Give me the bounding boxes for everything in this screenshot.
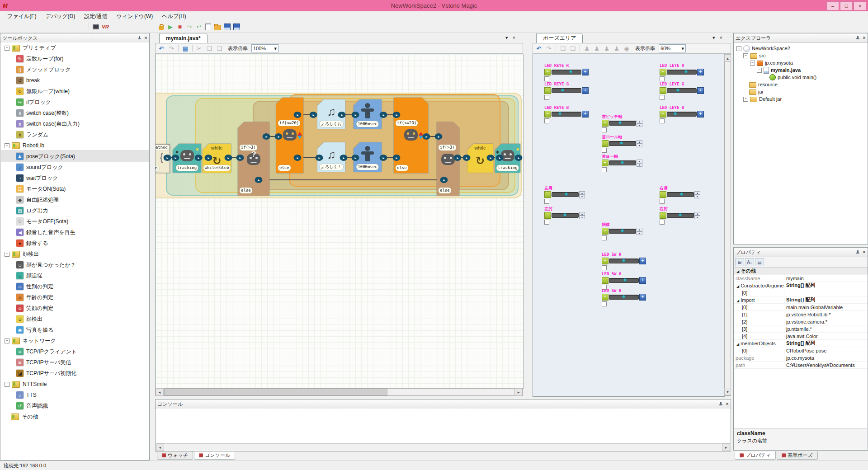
spin-down-icon[interactable]: ▼ [694,195,700,198]
slider-checkbox[interactable] [660,76,665,81]
slider-checkbox[interactable] [602,301,607,306]
toolbox-item[interactable]: ♪soundブロック [1,162,149,173]
explorer-item[interactable]: jar [735,88,867,95]
slider-thumb[interactable] [679,213,682,216]
connection-port[interactable]: ▸ [435,133,443,140]
slider-checkbox[interactable] [660,118,665,123]
connection-port[interactable]: ▸ [294,155,302,161]
expand-icon[interactable]: − [750,61,755,66]
explorer-item[interactable]: −src [735,52,867,59]
property-row[interactable]: classNamemymain [734,275,868,282]
value-spinner[interactable]: ▲▼ [694,191,700,198]
decrement-button[interactable]: − [544,87,551,94]
slider-checkbox[interactable] [544,220,549,225]
menu-item-2[interactable]: 設定/通信 [80,12,112,21]
scroll-thumb[interactable] [164,389,387,395]
decrement-button[interactable]: − [602,160,609,166]
editor-hscrollbar[interactable]: ◂ ▸ [155,388,523,396]
property-row[interactable]: [3]jp.nttsmile.* [734,325,868,333]
connection-port[interactable]: ▸ [225,155,232,161]
scroll-up-icon[interactable]: ▴ [724,54,731,62]
connection-port[interactable]: ▸ [294,112,302,118]
expand-icon[interactable]: − [5,143,9,148]
expand-icon[interactable]: + [743,97,748,102]
tab-ウォッチ[interactable]: ウォッチ [157,451,193,460]
spin-down-icon[interactable]: ▼ [637,123,642,127]
scroll-left-icon[interactable]: ◂ [156,443,164,451]
decrement-button[interactable]: − [544,111,551,118]
menu-item-4[interactable]: ヘルプ(H) [157,12,191,21]
play-icon[interactable]: ▶ [166,23,175,31]
increment-button[interactable]: + [639,277,646,284]
slider-track[interactable] [609,121,636,126]
tab-pose-area[interactable]: ポーズエリア [536,33,583,43]
toolbox-item[interactable]: ≋TCP/IPクライアント [1,346,149,357]
slider-checkbox[interactable] [660,95,665,100]
tab-close-icon[interactable]: × [720,35,722,41]
redo-icon[interactable]: ↷ [545,45,553,52]
slider-thumb[interactable] [558,112,561,115]
increment-button[interactable]: + [697,87,704,94]
slider-thumb[interactable] [674,112,677,115]
slider-thumb[interactable] [569,70,572,73]
spin-down-icon[interactable]: ▼ [637,231,642,235]
increment-button[interactable]: + [582,111,589,118]
scroll-left-icon[interactable]: ◂ [156,388,164,396]
close-icon[interactable]: × [863,36,866,40]
paste-icon[interactable]: ❏ [569,45,577,52]
toolbox-item[interactable]: ●録音する [1,238,149,249]
toolbox-group-2[interactable]: −顔検出 [1,249,149,259]
close-icon[interactable]: × [144,36,147,40]
increment-button[interactable]: + [582,87,589,94]
decrement-button[interactable]: − [602,258,609,264]
explorer-item[interactable]: public void main() [735,74,867,81]
slider-checkbox[interactable] [602,127,607,132]
slider-track[interactable] [609,278,639,283]
menu-item-1[interactable]: デバッグ(D) [41,12,80,21]
connection-port[interactable]: ▸ [236,155,244,161]
slider-checkbox[interactable] [660,220,665,225]
toolbox-group-3[interactable]: −ネットワーク [1,335,149,346]
toolbox-item[interactable]: ⋔ランダム [1,129,149,140]
value-spinner[interactable]: ▲▼ [637,120,642,127]
zoom-dropdown[interactable]: 100%▾ [251,44,278,52]
slider-track[interactable] [609,295,639,300]
decrement-button[interactable]: − [544,191,551,198]
toolbox-item[interactable]: ↻無限ループ(while) [1,86,149,97]
connection-port[interactable]: ▸ [393,112,401,118]
menu-item-3[interactable]: ウィンドウ(W) [112,12,158,21]
menu-item-0[interactable]: ファイル(F) [3,12,41,21]
toolbox-item[interactable]: ◆自由記述処理 [1,194,149,205]
connection-port[interactable]: ▸ [263,133,270,140]
toolbox-item[interactable]: ⋔switch case(自由入力) [1,118,149,129]
spin-up-icon[interactable]: ▲ [579,212,585,216]
decrement-button[interactable]: − [602,277,609,284]
spin-up-icon[interactable]: ▲ [579,191,585,195]
cut-icon[interactable]: ✂ [195,45,203,52]
property-row[interactable]: [2]jp.vstone.camera.* [734,318,868,325]
slider-thumb[interactable] [565,193,568,196]
slider-track[interactable] [552,112,581,117]
slider-checkbox[interactable] [544,76,549,81]
explorer-item[interactable]: −mymain.java [735,66,867,74]
decrement-button[interactable]: − [602,294,609,301]
tab-プロパティ[interactable]: プロパティ [735,451,776,460]
connection-port[interactable]: ▸ [454,155,462,161]
toolbox-item[interactable]: ☺顔が見つかったか？ [1,259,149,270]
extra-button[interactable]: ▤ [755,258,764,266]
connection-port[interactable]: ▸ [463,155,471,161]
slider-checkbox[interactable] [660,199,665,204]
property-row[interactable]: pathC:¥Users¥enokiya¥Documents [734,362,868,369]
toolbox-item[interactable]: {}メソッドブロック [1,64,149,75]
decrement-button[interactable]: − [544,212,551,219]
toolbox-item[interactable]: ≋TCP/IPサーバ受信 [1,357,149,368]
increment-button[interactable]: + [639,294,646,301]
scroll-right-icon[interactable]: ▸ [514,388,523,396]
decrement-button[interactable]: − [660,212,666,219]
toolbox-item[interactable]: ↺音声認識 [1,400,149,411]
expand-icon[interactable]: − [736,46,741,51]
lock-icon[interactable] [157,23,165,31]
spin-down-icon[interactable]: ▼ [579,216,585,219]
spin-down-icon[interactable]: ▼ [694,216,700,219]
toolbox-item[interactable]: ◔waitブロック [1,173,149,183]
